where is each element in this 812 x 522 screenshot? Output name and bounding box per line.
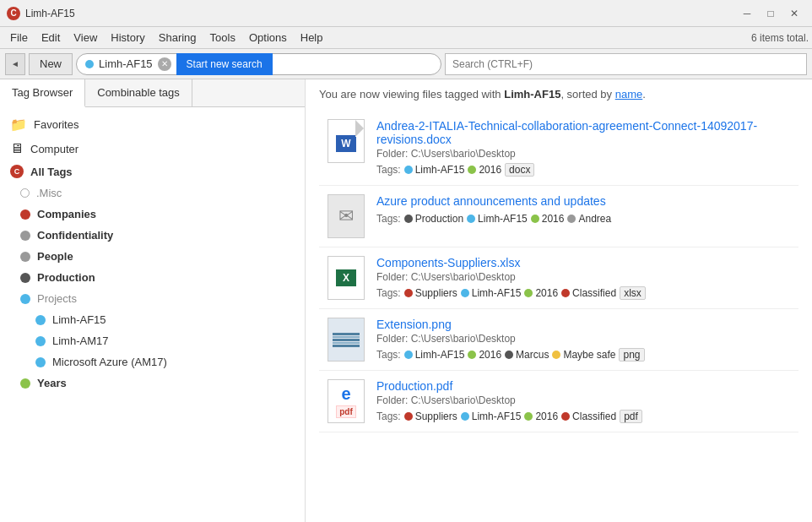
sidebar-limhaf15-label: Limh-AF15 (52, 313, 106, 326)
tag-dot-icon (404, 289, 413, 297)
sidebar-content: 📁 Favorites 🖥 Computer C All Tags .Misc (0, 107, 305, 522)
file-item-5[interactable]: e pdf Production.pdf Folder: C:\Users\ba… (319, 371, 798, 432)
tag-dot-icon (468, 166, 476, 174)
file-name-4[interactable]: Extension.png (376, 318, 792, 331)
file-tags-3: Tags: Suppliers Limh-AF15 2016 (376, 286, 792, 300)
msazure-dot-icon (35, 357, 46, 367)
file-icon-excel: X (326, 256, 366, 300)
menu-sharing[interactable]: Sharing (152, 29, 203, 46)
sidebar-misc-label: .Misc (36, 187, 62, 199)
menu-help[interactable]: Help (294, 29, 330, 46)
search-input[interactable] (445, 53, 807, 75)
tag-suppliers[interactable]: Suppliers (404, 287, 457, 299)
years-dot-icon (20, 378, 30, 389)
file-name-3[interactable]: Components-Suppliers.xlsx (376, 256, 792, 269)
tag-2016[interactable]: 2016 (524, 411, 558, 422)
tag-limhaf15[interactable]: Limh-AF15 (467, 213, 528, 225)
sidebar-item-projects[interactable]: Projects (0, 288, 305, 309)
back-button[interactable]: ◄ (5, 53, 25, 75)
clear-tag-button[interactable]: ✕ (158, 57, 171, 71)
tag-2016[interactable]: 2016 (531, 213, 565, 225)
tag-dot-icon (552, 351, 560, 359)
people-dot-icon (20, 252, 30, 262)
sidebar-item-all-tags[interactable]: C All Tags (0, 160, 305, 182)
toolbar: ◄ New Limh-AF15 ✕ Start new search (0, 49, 812, 79)
misc-dot-icon (20, 188, 30, 198)
tag-classified[interactable]: Classified (561, 287, 616, 299)
active-tag-pill: Limh-AF15 ✕ Start new search (76, 53, 441, 75)
tag-maybe-safe[interactable]: Maybe safe (552, 349, 615, 361)
tag-limhaf15[interactable]: Limh-AF15 (461, 287, 522, 299)
file-item-2[interactable]: ✉ Azure product announcements and update… (319, 186, 798, 247)
tag-dot-icon (461, 412, 469, 421)
sidebar-item-companies[interactable]: Companies (0, 204, 305, 225)
main-area: Tag Browser Combinable tags 📁 Favorites … (0, 79, 812, 522)
file-folder-3: Folder: C:\Users\bario\Desktop (376, 271, 792, 283)
companies-dot-icon (20, 209, 30, 220)
sidebar-item-computer[interactable]: 🖥 Computer (0, 137, 305, 160)
tab-combinable-tags[interactable]: Combinable tags (85, 79, 192, 106)
file-item-4[interactable]: Extension.png Folder: C:\Users\bario\Des… (319, 309, 798, 371)
file-item-3[interactable]: X Components-Suppliers.xlsx Folder: C:\U… (319, 247, 798, 309)
tag-limhaf15[interactable]: Limh-AF15 (404, 349, 465, 361)
favorites-icon: 📁 (10, 117, 27, 133)
menu-view[interactable]: View (67, 29, 104, 46)
computer-icon: 🖥 (10, 141, 24, 156)
tag-2016[interactable]: 2016 (468, 349, 501, 361)
sidebar-item-limham17[interactable]: Limh-AM17 (0, 330, 305, 351)
menu-options[interactable]: Options (242, 29, 294, 46)
sidebar-item-years[interactable]: Years (0, 372, 305, 394)
sidebar-limham17-label: Limh-AM17 (52, 334, 108, 347)
maximize-button[interactable]: □ (760, 5, 782, 22)
tag-classified[interactable]: Classified (561, 411, 616, 422)
sidebar-item-limhaf15[interactable]: Limh-AF15 (0, 309, 305, 330)
sidebar-item-msazure[interactable]: Microsoft Azure (AM17) (0, 351, 305, 372)
tag-docx[interactable]: docx (505, 163, 534, 177)
minimize-button[interactable]: ─ (736, 5, 758, 22)
tag-marcus[interactable]: Marcus (505, 349, 549, 361)
close-button[interactable]: ✕ (783, 5, 805, 22)
tag-production[interactable]: Production (404, 213, 463, 225)
sidebar-item-misc[interactable]: .Misc (0, 182, 305, 204)
tag-2016[interactable]: 2016 (468, 164, 501, 176)
tag-xlsx[interactable]: xlsx (620, 286, 646, 300)
tag-dot-icon (404, 412, 413, 421)
sidebar-companies-label: Companies (37, 208, 96, 220)
new-button[interactable]: New (29, 53, 73, 75)
menu-history[interactable]: History (104, 29, 151, 46)
tab-tag-browser[interactable]: Tag Browser (0, 79, 85, 107)
all-tags-icon: C (10, 165, 24, 178)
sidebar-item-favorites[interactable]: 📁 Favorites (0, 112, 305, 137)
tag-png[interactable]: png (619, 348, 644, 362)
sidebar-item-confidentiality[interactable]: Confidentiality (0, 225, 305, 246)
sidebar: Tag Browser Combinable tags 📁 Favorites … (0, 79, 306, 522)
sort-by-name-link[interactable]: name (615, 88, 643, 101)
tag-dot-icon (524, 289, 533, 297)
sidebar-item-people[interactable]: People (0, 246, 305, 267)
file-icon-email: ✉ (326, 194, 366, 238)
file-tags-4: Tags: Limh-AF15 2016 Marcus (376, 348, 792, 362)
file-name-1[interactable]: Andrea-2-ITALIA-Technical-collaboration-… (376, 119, 792, 146)
file-details-2: Azure product announcements and updates … (376, 194, 792, 225)
sidebar-confidentiality-label: Confidentiality (37, 229, 113, 242)
tag-suppliers[interactable]: Suppliers (404, 411, 457, 422)
menu-edit[interactable]: Edit (35, 29, 67, 46)
sidebar-item-production[interactable]: Production (0, 267, 305, 288)
tag-pdf[interactable]: pdf (620, 410, 642, 423)
start-new-search-button[interactable]: Start new search (176, 53, 273, 75)
tag-limhaf15[interactable]: Limh-AF15 (404, 164, 465, 176)
menu-file[interactable]: File (3, 29, 35, 46)
menu-tools[interactable]: Tools (203, 29, 242, 46)
file-icon-pdf: e pdf (326, 379, 366, 423)
tag-limhaf15[interactable]: Limh-AF15 (461, 411, 522, 422)
file-name-5[interactable]: Production.pdf (376, 379, 792, 393)
file-item-1[interactable]: W Andrea-2-ITALIA-Technical-collaboratio… (319, 111, 798, 186)
file-folder-1: Folder: C:\Users\bario\Desktop (376, 148, 792, 160)
tag-2016[interactable]: 2016 (524, 287, 558, 299)
limhaf15-dot-icon (35, 315, 46, 325)
tag-andrea[interactable]: Andrea (567, 213, 611, 225)
sidebar-favorites-label: Favorites (34, 118, 78, 131)
tag-dot-icon (468, 351, 476, 359)
tag-dot-icon (561, 412, 570, 421)
file-name-2[interactable]: Azure product announcements and updates (376, 194, 792, 208)
